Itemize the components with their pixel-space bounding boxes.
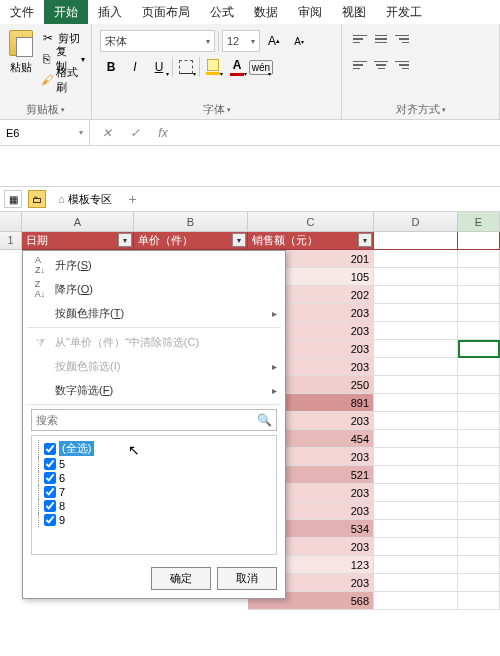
table-cell[interactable] — [458, 304, 500, 322]
sort-asc-item[interactable]: AZ↓升序(S) — [23, 253, 285, 277]
table-cell[interactable] — [374, 448, 458, 466]
filter-button-price[interactable]: ▾ — [232, 233, 246, 247]
table-cell[interactable] — [374, 286, 458, 304]
table-cell[interactable] — [458, 592, 500, 610]
table-cell[interactable] — [458, 358, 500, 376]
align-top-button[interactable] — [350, 29, 370, 49]
table-cell[interactable] — [374, 484, 458, 502]
select-all-checkbox[interactable]: (全选)↖ — [36, 440, 272, 457]
table-cell[interactable] — [374, 538, 458, 556]
table-cell[interactable] — [374, 268, 458, 286]
phonetic-button[interactable]: wén — [250, 56, 272, 78]
table-cell[interactable] — [374, 592, 458, 610]
table-cell[interactable] — [458, 430, 500, 448]
header-date[interactable]: 日期▾ — [22, 232, 134, 250]
table-cell[interactable] — [458, 412, 500, 430]
filter-search-input[interactable] — [36, 414, 257, 426]
table-cell[interactable] — [458, 394, 500, 412]
table-cell[interactable] — [458, 574, 500, 592]
table-cell[interactable] — [458, 268, 500, 286]
align-bottom-button[interactable] — [392, 29, 412, 49]
table-cell[interactable] — [374, 340, 458, 358]
header-sales[interactable]: 销售额（元）▾ — [248, 232, 374, 250]
table-cell[interactable] — [374, 520, 458, 538]
tab-review[interactable]: 审阅 — [288, 0, 332, 24]
number-filter-item[interactable]: 数字筛选(F)▸ — [23, 378, 285, 402]
format-painter-button[interactable]: 🖌格式刷 — [39, 70, 87, 90]
tab-formula[interactable]: 公式 — [200, 0, 244, 24]
table-cell[interactable] — [374, 574, 458, 592]
select-all-cell[interactable] — [0, 212, 22, 231]
accept-formula-button[interactable]: ✓ — [126, 126, 144, 140]
align-middle-button[interactable] — [371, 29, 391, 49]
table-cell[interactable] — [458, 556, 500, 574]
align-left-button[interactable] — [350, 55, 370, 75]
tab-insert[interactable]: 插入 — [88, 0, 132, 24]
table-cell[interactable] — [374, 412, 458, 430]
ok-button[interactable]: 确定 — [151, 567, 211, 590]
table-cell[interactable] — [458, 448, 500, 466]
table-cell[interactable] — [458, 466, 500, 484]
folder-icon[interactable]: 🗀 — [28, 190, 46, 208]
fx-button[interactable]: fx — [154, 126, 172, 140]
table-cell[interactable] — [374, 394, 458, 412]
increase-font-button[interactable]: A▴ — [263, 30, 285, 52]
filter-button-date[interactable]: ▾ — [118, 233, 132, 247]
border-button[interactable] — [175, 56, 197, 78]
font-name-select[interactable]: 宋体 — [100, 30, 215, 52]
table-cell[interactable] — [374, 376, 458, 394]
filter-value-6[interactable]: 6 — [36, 471, 272, 485]
table-cell[interactable] — [458, 250, 500, 268]
add-sheet-button[interactable]: + — [124, 190, 142, 208]
filter-value-8[interactable]: 8 — [36, 499, 272, 513]
cell-d1[interactable] — [374, 232, 458, 250]
tab-home[interactable]: 开始 — [44, 0, 88, 24]
table-cell[interactable] — [374, 430, 458, 448]
font-color-button[interactable]: A — [226, 56, 248, 78]
color-sort-item[interactable]: 按颜色排序(T)▸ — [23, 301, 285, 325]
align-right-button[interactable] — [392, 55, 412, 75]
template-tab[interactable]: ⌂模板专区 — [52, 190, 118, 209]
tab-pagelayout[interactable]: 页面布局 — [132, 0, 200, 24]
paste-button[interactable]: 粘贴 — [4, 26, 39, 90]
filter-value-5[interactable]: 5 — [36, 457, 272, 471]
row-header-1[interactable]: 1 — [0, 232, 22, 250]
col-header-d[interactable]: D — [374, 212, 458, 231]
fill-color-button[interactable] — [202, 56, 224, 78]
sort-desc-item[interactable]: ZA↓降序(O) — [23, 277, 285, 301]
table-cell[interactable] — [458, 286, 500, 304]
cell-e1[interactable] — [458, 232, 500, 250]
table-cell[interactable] — [458, 538, 500, 556]
filter-button-sales[interactable]: ▾ — [358, 233, 372, 247]
tab-data[interactable]: 数据 — [244, 0, 288, 24]
underline-button[interactable]: U — [148, 56, 170, 78]
table-cell[interactable] — [374, 358, 458, 376]
align-center-button[interactable] — [371, 55, 391, 75]
filter-search-box[interactable]: 🔍 — [31, 409, 277, 431]
namebox[interactable]: E6 — [0, 120, 90, 145]
table-cell[interactable] — [374, 304, 458, 322]
italic-button[interactable]: I — [124, 56, 146, 78]
cancel-formula-button[interactable]: ✕ — [98, 126, 116, 140]
col-header-c[interactable]: C — [248, 212, 374, 231]
table-cell[interactable] — [374, 466, 458, 484]
table-cell[interactable] — [458, 520, 500, 538]
table-cell[interactable] — [374, 556, 458, 574]
tab-file[interactable]: 文件 — [0, 0, 44, 24]
table-cell[interactable] — [374, 250, 458, 268]
table-cell[interactable] — [458, 484, 500, 502]
cancel-button[interactable]: 取消 — [217, 567, 277, 590]
table-cell[interactable] — [458, 322, 500, 340]
table-cell[interactable] — [374, 502, 458, 520]
sheet-list-icon[interactable]: ▦ — [4, 190, 22, 208]
filter-value-9[interactable]: 9 — [36, 513, 272, 527]
col-header-e[interactable]: E — [458, 212, 500, 231]
decrease-font-button[interactable]: A▾ — [288, 30, 310, 52]
filter-value-7[interactable]: 7 — [36, 485, 272, 499]
tab-developer[interactable]: 开发工 — [376, 0, 432, 24]
table-cell[interactable] — [374, 322, 458, 340]
tab-view[interactable]: 视图 — [332, 0, 376, 24]
table-cell[interactable] — [458, 502, 500, 520]
col-header-a[interactable]: A — [22, 212, 134, 231]
header-price[interactable]: 单价（件）▾ — [134, 232, 248, 250]
